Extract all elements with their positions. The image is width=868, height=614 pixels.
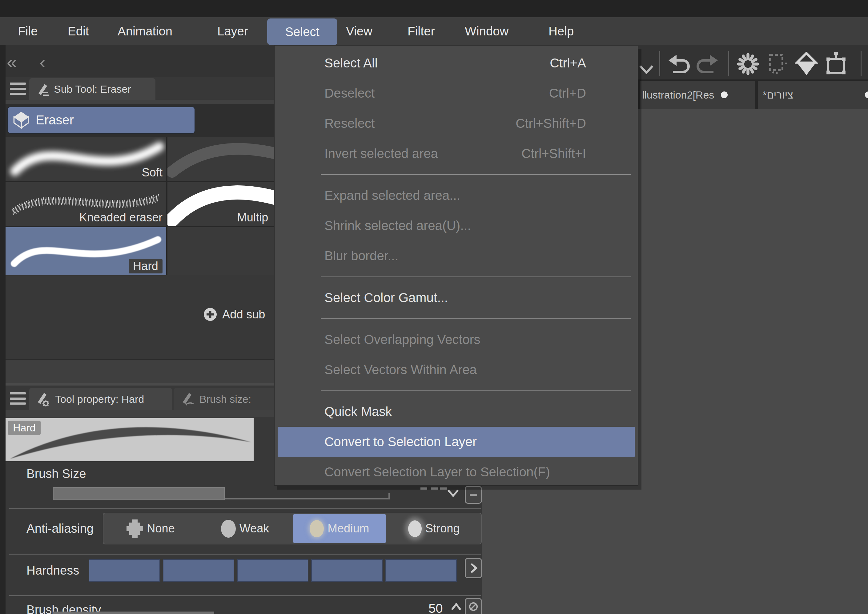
dynamics-button[interactable] [465,598,482,614]
menu-item-reselect[interactable]: Reselect Ctrl+Shift+D [274,109,638,138]
panel-menu-icon[interactable] [10,392,26,405]
menu-item-convert-to-selection-layer-highlighted[interactable]: Convert to Selection Layer [277,427,635,457]
transform-frame-icon[interactable] [824,52,848,76]
menu-separator [321,277,631,277]
menu-item-convert-selection-layer-to-selection[interactable]: Convert Selection Layer to Selection(F) [274,457,638,487]
menu-item-label: Select Color Gamut... [324,291,448,305]
menu-help[interactable]: Help [547,17,576,45]
subtool-panel-title: Sub Tool: Eraser [54,83,131,95]
hardness-segment-5[interactable] [385,559,457,582]
hardness-segment-4[interactable] [311,559,383,582]
menu-select-active[interactable]: Select [267,19,337,45]
menu-item-label: Select All [324,56,378,70]
brush-label: Hard [129,259,163,274]
document-tab-tsiyurim[interactable]: ציורים* [758,81,868,109]
menu-item-label: Invert selected area [324,146,438,161]
menu-item-shortcut: Ctrl+D [549,86,586,101]
menu-window[interactable]: Window [463,17,510,45]
brush-density-slider-partial[interactable] [53,611,214,614]
tool-property-title: Tool property: Hard [55,393,144,405]
brush-stroke-preview: Hard [6,418,254,461]
divider [9,508,481,509]
menu-item-blur-border[interactable]: Blur border... [274,241,638,271]
menu-item-label: Quick Mask [324,404,392,419]
eraser-pen-icon [36,82,50,96]
document-tab-illustration2[interactable]: llustration2[Res [640,81,755,109]
brush-density-value[interactable]: 50 [428,601,443,614]
chevron-down-icon[interactable] [446,488,460,498]
menu-edit[interactable]: Edit [66,17,91,45]
back-icon[interactable]: ‹ [39,46,45,78]
menu-item-label: Select Vectors Within Area [324,362,477,377]
brush-size-slider[interactable] [53,487,225,500]
brush-cell-hard-selected[interactable]: Hard [6,227,166,275]
redo-icon[interactable] [696,52,720,76]
snap-spinner-icon[interactable] [736,52,760,76]
menu-item-shortcut: Ctrl+Shift+I [521,146,586,161]
menu-item-select-color-gamut[interactable]: Select Color Gamut... [274,283,638,313]
anti-aliasing-label: Anti-aliasing [26,522,94,535]
menu-separator [321,390,631,391]
menu-item-shortcut: Ctrl+Shift+D [516,116,586,131]
menu-item-select-all[interactable]: Select All Ctrl+A [274,48,638,78]
pen-arc-icon [180,392,195,406]
aa-option-label: Weak [239,522,269,535]
value-partial [440,487,447,490]
menu-item-label: Shrink selected area(U)... [324,218,471,233]
value-partial [420,487,427,490]
toolbar-separator [860,51,862,76]
brush-cell-kneaded-eraser[interactable]: Kneaded eraser [6,182,166,226]
collapse-panel-icon[interactable]: « [7,46,17,78]
hardness-segment-2[interactable] [163,559,234,582]
select-dropdown-menu: Select All Ctrl+A Deselect Ctrl+D Resele… [274,45,639,486]
slider-indicator-button[interactable] [465,486,482,504]
menu-item-label: Reselect [324,116,375,131]
subtool-panel-tab[interactable]: Sub Tool: Eraser [29,78,155,100]
menu-layer[interactable]: Layer [215,17,250,45]
snap-selection-icon[interactable] [766,52,789,76]
menu-item-invert-selected-area[interactable]: Invert selected area Ctrl+Shift+I [274,138,638,169]
tool-property-tab[interactable]: Tool property: Hard [29,388,172,410]
menu-view[interactable]: View [344,17,374,45]
aa-option-strong[interactable]: Strong [387,514,480,543]
panel-menu-icon[interactable] [10,82,26,95]
aa-option-medium-selected[interactable]: Medium [293,514,386,543]
slider-end-tick [389,493,390,499]
undo-icon[interactable] [667,52,690,76]
unsaved-dot-icon [721,92,728,98]
aa-option-weak[interactable]: Weak [198,514,292,543]
menu-bar: File Edit Animation Layer Select View Fi… [0,17,868,45]
document-tab-label: ציורים* [763,89,793,101]
unsaved-dot-icon [865,92,868,98]
hardness-segment-3[interactable] [237,559,308,582]
menu-separator [321,174,631,175]
brush-size-slider-track[interactable] [225,498,389,499]
menu-animation[interactable]: Animation [116,17,174,45]
tool-item-eraser-selected[interactable]: Eraser [8,107,195,134]
anti-aliasing-options: None Weak Medium Strong [103,513,482,544]
divider [9,595,481,596]
menu-file[interactable]: File [16,17,39,45]
add-subtool-label: Add sub [222,308,265,321]
snap-symmetry-icon[interactable] [795,52,818,76]
aa-option-none[interactable]: None [104,514,197,543]
brush-label: Kneaded eraser [79,211,163,224]
aa-medium-icon [310,520,324,537]
tool-item-label: Eraser [36,113,74,127]
menu-item-select-overlapping-vectors[interactable]: Select Overlapping Vectors [274,325,638,355]
menu-item-select-vectors-within-area[interactable]: Select Vectors Within Area [274,355,638,385]
plus-circle-icon [203,307,217,322]
hardness-expand-button[interactable] [465,558,482,578]
add-subtool-button[interactable]: Add sub [203,307,265,322]
menu-item-shrink-selected-area[interactable]: Shrink selected area(U)... [274,211,638,241]
menu-item-expand-selected-area[interactable]: Expand selected area... [274,180,638,211]
aa-weak-icon [221,520,236,538]
brush-cell-soft[interactable]: Soft [6,137,166,181]
hardness-segment-1[interactable] [88,559,160,582]
spinner-up-icon[interactable] [450,602,462,611]
menu-item-quick-mask[interactable]: Quick Mask [274,396,638,427]
menu-filter[interactable]: Filter [406,17,437,45]
brush-label: Soft [142,166,163,179]
menu-item-deselect[interactable]: Deselect Ctrl+D [274,78,638,109]
toolbar-separator [728,51,729,76]
